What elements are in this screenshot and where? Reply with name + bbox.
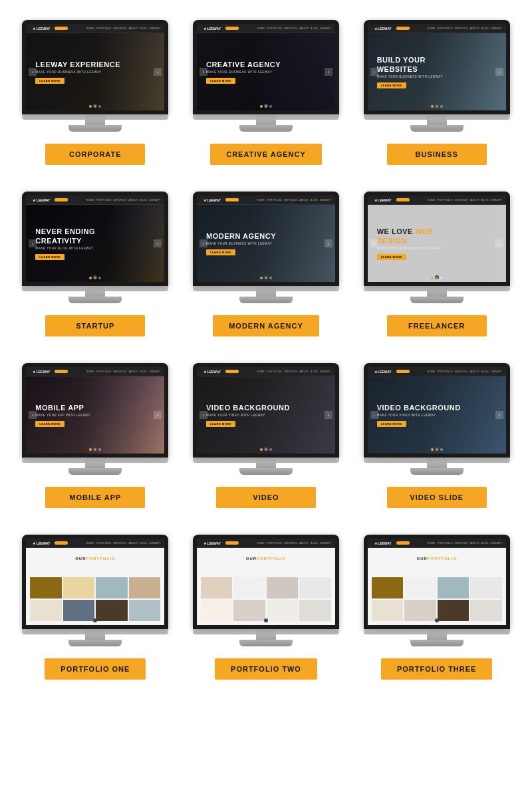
hero-cta-btn[interactable]: LEARN MORE <box>35 78 65 84</box>
prev-arrow[interactable]: ‹ <box>370 68 378 76</box>
browser-logo: ★ LEEWAY <box>374 541 392 545</box>
hero-cta-btn[interactable]: LEARN MORE <box>206 249 235 255</box>
monitor-video[interactable]: ★ LEEWAYHOMEPORTFOLIOSERVICESABOUTBLOGLI… <box>193 363 339 475</box>
next-arrow[interactable]: › <box>495 411 503 419</box>
hero-cta-btn[interactable]: LEARN MORE <box>206 421 235 427</box>
hero-subtext: Make your business with leeway <box>377 247 450 251</box>
prev-arrow[interactable]: ‹ <box>370 239 378 247</box>
nav-item: SERVICES <box>284 370 297 373</box>
next-arrow[interactable]: › <box>495 68 503 76</box>
prev-arrow[interactable]: ‹ <box>200 411 207 419</box>
prev-arrow[interactable]: ‹ <box>29 68 37 76</box>
demo-btn[interactable] <box>225 370 239 373</box>
portfolio-cell <box>96 600 128 621</box>
monitor-corporate[interactable]: ★ LEEWAYHOMEPORTFOLIOSERVICESABOUTBLOGLI… <box>22 20 168 132</box>
next-arrow[interactable]: › <box>325 239 332 247</box>
monitor-mobile-app[interactable]: ★ LEEWAYHOMEPORTFOLIOSERVICESABOUTBLOGLI… <box>22 363 168 475</box>
browser-logo: ★ LEEWAY <box>33 541 50 545</box>
label-btn-startup[interactable]: STARTUP <box>45 315 145 336</box>
demo-btn[interactable] <box>396 541 410 545</box>
monitor-portfolio-three[interactable]: ★ LEEWAYHOMEPORTFOLIOSERVICESABOUTBLOGLI… <box>364 535 510 646</box>
demo-btn[interactable] <box>396 370 410 373</box>
nav-item: PORTFOLIO <box>96 198 111 201</box>
hero-cta-btn[interactable]: LEARN MORE <box>377 254 406 260</box>
portfolio-mock: OUR PORTFOLIO <box>368 548 506 625</box>
slide-dot <box>431 277 434 279</box>
portfolio-cell <box>372 600 404 621</box>
demo-btn[interactable] <box>55 27 68 30</box>
label-btn-portfolio-one[interactable]: PORTFOLIO ONE <box>45 658 146 680</box>
monitor-freelancer[interactable]: ★ LEEWAYHOMEPORTFOLIOSERVICESABOUTBLOGLI… <box>364 192 510 303</box>
monitor-portfolio-one[interactable]: ★ LEEWAYHOMEPORTFOLIOSERVICESABOUTBLOGLI… <box>22 535 168 646</box>
monitor-base <box>68 468 122 475</box>
nav-item: SERVICES <box>113 27 126 30</box>
screen-hero: ‹›WE LOVE WEB DESIGNMake your business w… <box>368 205 506 282</box>
hero-cta-btn[interactable]: LEARN MORE <box>206 78 235 84</box>
hero-cta-btn[interactable]: LEARN MORE <box>35 254 65 260</box>
label-btn-video-slide[interactable]: VIDEO SLIDE <box>387 487 487 508</box>
hero-title: MOBILE APPMake your app with leewayLEARN… <box>35 403 90 427</box>
label-btn-video[interactable]: VIDEO <box>216 487 316 508</box>
hero-cta-btn[interactable]: LEARN MORE <box>377 82 406 88</box>
next-arrow[interactable]: › <box>154 239 162 247</box>
demo-btn[interactable] <box>225 198 239 201</box>
demo-btn[interactable] <box>225 541 239 545</box>
screen-hero: ‹›VIDEO BACKGROUNDMake your video with l… <box>368 376 506 454</box>
label-btn-modern-agency[interactable]: MODERN AGENCY <box>213 315 319 336</box>
hero-subtext: Make your app with leeway <box>35 414 90 418</box>
portfolio-cell <box>129 577 161 598</box>
monitor-business[interactable]: ★ LEEWAYHOMEPORTFOLIOSERVICESABOUTBLOGLI… <box>364 20 510 132</box>
prev-arrow[interactable]: ‹ <box>200 68 207 76</box>
prev-arrow[interactable]: ‹ <box>200 239 207 247</box>
label-btn-corporate[interactable]: CORPORATE <box>45 144 145 165</box>
nav-item: PORTFOLIO <box>438 370 453 373</box>
monitor-portfolio-two[interactable]: ★ LEEWAYHOMEPORTFOLIOSERVICESABOUTBLOGLI… <box>193 535 339 646</box>
hero-subtext: Make your video with leeway <box>206 414 279 418</box>
prev-arrow[interactable]: ‹ <box>29 239 37 247</box>
demo-item-portfolio-three: ★ LEEWAYHOMEPORTFOLIOSERVICESABOUTBLOGLI… <box>354 528 519 693</box>
monitor-startup[interactable]: ★ LEEWAYHOMEPORTFOLIOSERVICESABOUTBLOGLI… <box>22 192 168 303</box>
slide-dots <box>260 105 272 108</box>
demo-item-startup: ★ LEEWAYHOMEPORTFOLIOSERVICESABOUTBLOGLI… <box>13 185 178 350</box>
monitor-modern-agency[interactable]: ★ LEEWAYHOMEPORTFOLIOSERVICESABOUTBLOGLI… <box>193 192 339 303</box>
prev-arrow[interactable]: ‹ <box>29 411 37 419</box>
demo-btn[interactable] <box>55 370 68 373</box>
label-btn-business[interactable]: BUSINESS <box>387 144 487 165</box>
nav-item: LIBRARY <box>320 541 331 545</box>
slide-dot <box>94 277 96 279</box>
nav-item: PORTFOLIO <box>438 541 453 545</box>
demo-btn[interactable] <box>396 27 410 30</box>
nav-item: ABOUT <box>470 27 479 30</box>
next-arrow[interactable]: › <box>154 68 162 76</box>
monitor-creative-agency[interactable]: ★ LEEWAYHOMEPORTFOLIOSERVICESABOUTBLOGLI… <box>193 20 339 132</box>
label-btn-creative-agency[interactable]: CREATIVE AGENCY <box>210 144 322 165</box>
nav-item: PORTFOLIO <box>438 27 453 30</box>
prev-arrow[interactable]: ‹ <box>370 411 378 419</box>
nav-item: LIBRARY <box>149 370 160 373</box>
nav-item: LIBRARY <box>491 370 502 373</box>
nav-item: LIBRARY <box>149 27 160 30</box>
label-btn-portfolio-two[interactable]: PORTFOLIO TWO <box>215 658 317 680</box>
slide-dots <box>431 448 443 451</box>
label-btn-freelancer[interactable]: FREELANCER <box>387 315 487 336</box>
demo-btn[interactable] <box>225 27 239 30</box>
hero-cta-btn[interactable]: LEARN MORE <box>35 421 65 427</box>
demo-btn[interactable] <box>396 198 410 201</box>
monitor-neck <box>427 459 447 468</box>
nav-item: SERVICES <box>455 370 468 373</box>
demo-btn[interactable] <box>55 198 68 201</box>
label-btn-portfolio-three[interactable]: PORTFOLIO THREE <box>381 658 493 680</box>
monitor-video-slide[interactable]: ★ LEEWAYHOMEPORTFOLIOSERVICESABOUTBLOGLI… <box>364 363 510 475</box>
label-btn-mobile-app[interactable]: MOBILE APP <box>45 487 145 508</box>
next-arrow[interactable]: › <box>325 68 332 76</box>
next-arrow[interactable]: › <box>495 239 503 247</box>
demo-btn[interactable] <box>55 541 68 545</box>
monitor-base <box>410 297 464 303</box>
hero-cta-btn[interactable]: LEARN MORE <box>377 421 406 427</box>
slide-dot <box>431 448 434 451</box>
next-arrow[interactable]: › <box>154 411 162 419</box>
monitor-neck <box>427 287 447 297</box>
next-arrow[interactable]: › <box>325 411 332 419</box>
portfolio-cell <box>404 577 436 598</box>
slide-dot <box>436 277 438 279</box>
